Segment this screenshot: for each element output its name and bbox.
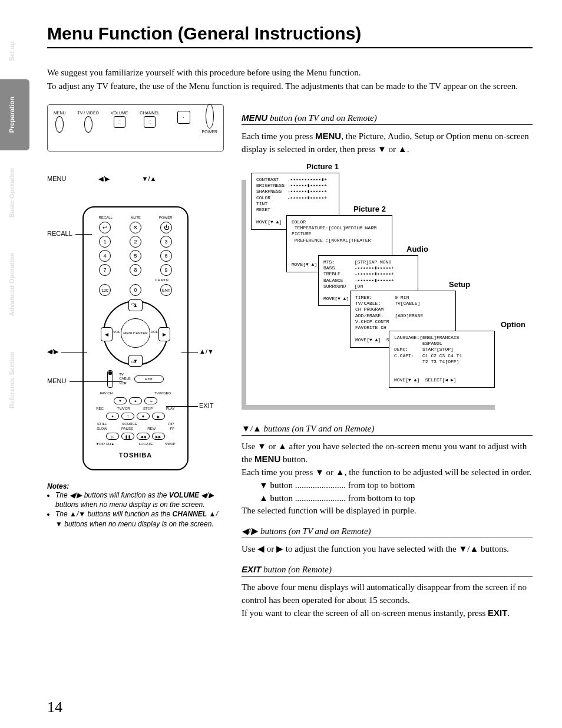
- tv-tvvideo-button: [84, 116, 92, 133]
- callout-recall: RECALL: [47, 230, 72, 237]
- tv-led: ∘: [177, 111, 190, 124]
- remote-recall-button: ↩: [99, 222, 111, 233]
- key-ent: ENT: [160, 284, 172, 296]
- key-4: 4: [99, 250, 111, 262]
- stop-btn: ■: [137, 413, 150, 420]
- ff-btn: ▶▶: [152, 433, 165, 440]
- side-tabs: Set up Preparation Basic Operation Advan…: [0, 24, 29, 426]
- key-8: 8: [130, 264, 141, 276]
- tvvcr-btn: □: [121, 413, 134, 420]
- remote-diagram: RECALLMUTEPOWER ↩ ✕ ⏻ 123 456 789 CH RTN…: [82, 206, 189, 470]
- key-5: 5: [130, 250, 141, 262]
- osd-title-audio: Audio: [406, 245, 428, 253]
- exit-section-body: The above four menu displays will automa…: [242, 581, 533, 620]
- key-3: 3: [160, 236, 172, 248]
- remote-mode-switch: [107, 370, 113, 388]
- tab-basic-operation: Basic Operation: [0, 150, 29, 235]
- lr-section-body: Use ◀ or ▶ to adjust the function you ha…: [242, 543, 533, 556]
- osd-option: LANGUAGE:[ENGL]FRANCAIS ESPANOL DEMO: ST…: [389, 331, 495, 388]
- tab-preparation: Preparation: [0, 79, 29, 150]
- callout-menu: MENU: [47, 377, 66, 384]
- osd-title-setup: Setup: [449, 280, 470, 289]
- lr-section-head: ◀/▶ buttons (on TV and on Remote): [242, 526, 533, 538]
- key-100: 100: [99, 284, 111, 296]
- ud-section-head: ▼/▲ buttons (on TV and on Remote): [242, 424, 533, 436]
- dpad-left: ◀: [101, 327, 113, 341]
- slow-btn: ▷: [106, 433, 119, 440]
- rec-btn: ●: [106, 413, 119, 420]
- ud-section-body: Use ▼ or ▲ after you have selected the o…: [242, 440, 533, 518]
- remote-exit-button: EXIT: [134, 375, 164, 383]
- tv-volume-button: ◦◦◦◦◦◦: [114, 116, 125, 128]
- note-1: The ◀/▶ buttons will function as the VOL…: [55, 490, 224, 509]
- tv-power-button: [206, 104, 214, 129]
- remote-dpad: ▲ CH ▼ CH ◀ VOL ▶ VOL MENU/ ENTER: [103, 301, 168, 365]
- key-6: 6: [160, 250, 172, 262]
- menu-section-head: MENU button (on TV and on Remote): [242, 113, 533, 125]
- page-title: Menu Function (General Instructions): [47, 24, 533, 48]
- diagrams-column: MENU TV / VIDEO VOLUME◦◦◦◦◦◦ CHANNEL◦◦◦◦…: [47, 104, 224, 620]
- tv-menu-button: [55, 116, 64, 133]
- tab-reference-section: Reference Section: [0, 334, 29, 426]
- exit-section-head: EXIT button (on Remote): [242, 564, 533, 577]
- osd-title-option: Option: [501, 320, 525, 329]
- notes-list: The ◀/▶ buttons will function as the VOL…: [55, 490, 224, 529]
- rew-btn: ◀◀: [137, 433, 150, 440]
- remote-mute-button: ✕: [130, 222, 141, 233]
- key-2: 2: [130, 236, 141, 248]
- instructions-column: MENU button (on TV and on Remote) Each t…: [242, 104, 533, 620]
- remote-brand: TOSHIBA: [90, 452, 181, 459]
- tv-front-panel: MENU TV / VIDEO VOLUME◦◦◦◦◦◦ CHANNEL◦◦◦◦…: [47, 104, 224, 151]
- favch-down: ▼: [114, 397, 127, 404]
- tv-channel-button: ◦◦◦◦◦◦: [144, 116, 156, 128]
- callout-lr: ◀/▶: [47, 348, 58, 355]
- pause-btn: ❚❚: [121, 433, 134, 440]
- osd-cascade: Picture 1 CONTRAST -▪▪▪▪▪▪▪▪▪▪▪▮+ BRIGHT…: [242, 162, 533, 416]
- tvvideo-btn: ↪: [144, 397, 157, 404]
- osd-title-picture2: Picture 2: [353, 205, 386, 213]
- menu-section-body: Each time you press MENU, the Picture, A…: [242, 130, 533, 156]
- key-1: 1: [99, 236, 111, 248]
- play-btn: ▶: [152, 413, 165, 420]
- tv-label-lr: ◀/▶: [98, 175, 110, 183]
- callout-exit: EXIT: [199, 402, 213, 409]
- osd-title-picture1: Picture 1: [306, 162, 339, 171]
- notes-heading: Notes:: [47, 482, 224, 490]
- dpad-menu-enter: MENU/ ENTER: [121, 318, 150, 348]
- page-number: 14: [47, 699, 62, 716]
- key-9: 9: [160, 264, 172, 276]
- tab-setup: Set up: [0, 24, 29, 79]
- dpad-right: ▶: [158, 327, 170, 341]
- callout-ud: ▲/▼: [199, 348, 214, 355]
- tab-advanced-operation: Advanced Operation: [0, 235, 29, 334]
- intro-text: We suggest you familiarize yourself with…: [47, 66, 533, 93]
- note-2: The ▲/▼ buttons will function as the CHA…: [55, 509, 224, 528]
- remote-power-button: ⏻: [160, 222, 172, 233]
- favch-up: ▲: [129, 397, 142, 404]
- tv-label-ud: ▼/▲: [142, 175, 157, 183]
- key-0: 0: [130, 284, 141, 296]
- key-7: 7: [99, 264, 111, 276]
- tv-label-menu: MENU: [47, 175, 66, 183]
